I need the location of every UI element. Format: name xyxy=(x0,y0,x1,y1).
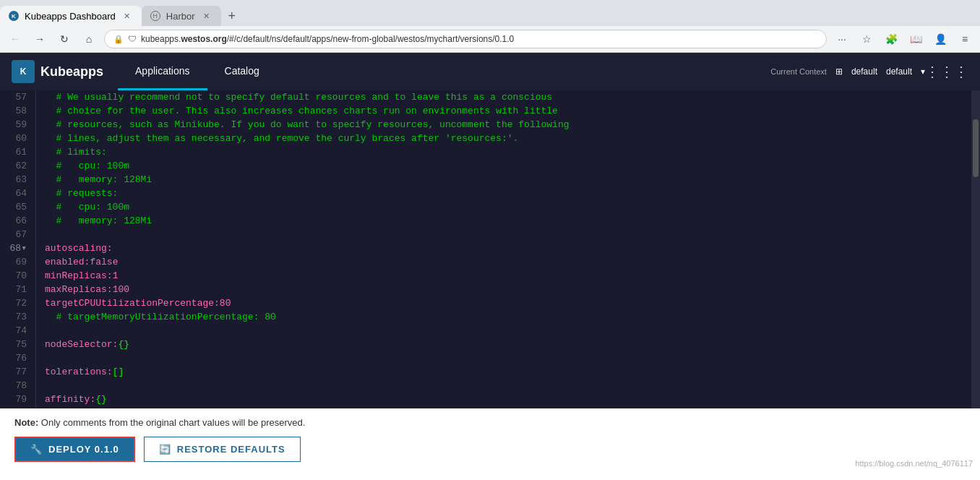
code-line-72: targetCPUUtilizationPercentage: 80 xyxy=(45,296,963,310)
code-line-71: maxReplicas: 100 xyxy=(45,283,963,296)
grid-icon[interactable]: ⋮⋮⋮ xyxy=(925,63,968,80)
line-num-73: 73 xyxy=(9,310,27,324)
tab-kubeapps-close[interactable]: ✕ xyxy=(121,10,133,22)
deploy-label: DEPLOY 0.1.0 xyxy=(48,444,119,455)
menu-button[interactable]: ≡ xyxy=(955,30,974,48)
deploy-icon: 🔧 xyxy=(30,444,43,455)
harbor-favicon: H xyxy=(150,11,160,21)
code-line-76 xyxy=(45,351,963,365)
nav-applications-label: Applications xyxy=(135,65,190,77)
logo-icon: K xyxy=(12,60,35,83)
line-num-60: 60 xyxy=(9,132,27,145)
address-bar-row: ← → ↻ ⌂ 🔒 🛡 kubeapps.westos.org/#/c/defa… xyxy=(0,26,980,52)
line-num-59: 59 xyxy=(9,118,27,132)
namespace-value: default xyxy=(851,67,877,77)
line-num-58: 58 xyxy=(9,104,27,118)
extensions-button[interactable]: 🧩 xyxy=(882,30,901,48)
line-num-76: 76 xyxy=(9,351,27,365)
deploy-button[interactable]: 🔧 DEPLOY 0.1.0 xyxy=(14,437,135,462)
code-line-57: # We usually recommend not to specify de… xyxy=(45,90,963,104)
restore-defaults-button[interactable]: 🔄 RESTORE DEFAULTS xyxy=(144,437,301,462)
line-num-77: 77 xyxy=(9,365,27,379)
code-line-67 xyxy=(45,228,963,241)
code-line-62: # cpu: 100m xyxy=(45,159,963,173)
context-section: Current Context ⊞ default default ▾ xyxy=(770,67,925,77)
namespace-icon: ⊞ xyxy=(835,67,843,77)
line-num-74: 74 xyxy=(9,324,27,338)
code-line-63: # memory: 128Mi xyxy=(45,173,963,187)
tab-bar: K Kubeapps Dashboard ✕ H Harbor ✕ + xyxy=(0,0,980,26)
kubeapps-favicon: K xyxy=(9,11,19,21)
line-num-68[interactable]: 68▾ xyxy=(9,241,27,255)
code-line-74 xyxy=(45,324,963,338)
action-buttons: 🔧 DEPLOY 0.1.0 🔄 RESTORE DEFAULTS xyxy=(14,437,966,462)
tab-kubeapps[interactable]: K Kubeapps Dashboard ✕ xyxy=(0,6,142,26)
code-line-61: # limits: xyxy=(45,145,963,159)
code-line-68: autoscaling: xyxy=(45,241,963,255)
line-num-75: 75 xyxy=(9,338,27,351)
scrollbar[interactable] xyxy=(971,90,980,408)
nav-catalog-label: Catalog xyxy=(225,65,259,77)
code-line-65: # cpu: 100m xyxy=(45,200,963,214)
lock-icon: 🔒 xyxy=(113,35,124,44)
line-num-57: 57 xyxy=(9,90,27,104)
line-num-70: 70 xyxy=(9,269,27,283)
code-line-66: # memory: 128Mi xyxy=(45,214,963,228)
line-num-64: 64 xyxy=(9,187,27,200)
nav-catalog[interactable]: Catalog xyxy=(207,53,277,90)
note-content: Only comments from the original chart va… xyxy=(38,417,305,428)
nav-applications[interactable]: Applications xyxy=(118,53,207,90)
code-line-78 xyxy=(45,379,963,393)
code-line-75: nodeSelector: {} xyxy=(45,338,963,351)
tab-harbor[interactable]: H Harbor ✕ xyxy=(142,6,221,26)
code-line-79: affinity: {} xyxy=(45,393,963,406)
code-editor: 57 58 59 60 61 62 63 64 65 66 67 68▾ 69 … xyxy=(0,90,980,408)
line-num-79: 79 xyxy=(9,393,27,406)
code-line-64: # requests: xyxy=(45,187,963,200)
code-line-73: # targetMemoryUtilizationPercentage: 80 xyxy=(45,310,963,324)
code-line-77: tolerations: [] xyxy=(45,365,963,379)
tab-harbor-close[interactable]: ✕ xyxy=(201,10,212,22)
line-num-71: 71 xyxy=(9,283,27,296)
more-button[interactable]: ··· xyxy=(833,30,851,48)
note-text: Note: Only comments from the original ch… xyxy=(14,417,966,428)
app-logo[interactable]: K Kubeapps xyxy=(12,60,118,83)
code-line-60: # lines, adjust them as necessary, and r… xyxy=(45,132,963,145)
watermark: https://blog.csdn.net/nq_4076117 xyxy=(855,459,973,468)
bookmark-button[interactable]: ☆ xyxy=(857,30,876,48)
context-label: Current Context xyxy=(770,67,827,76)
line-num-62: 62 xyxy=(9,159,27,173)
line-numbers: 57 58 59 60 61 62 63 64 65 66 67 68▾ 69 … xyxy=(0,90,36,408)
address-bar[interactable]: 🔒 🛡 kubeapps.westos.org/#/c/default/ns/d… xyxy=(104,30,827,48)
line-num-63: 63 xyxy=(9,173,27,187)
tab-harbor-label: Harbor xyxy=(166,11,195,22)
reload-button[interactable]: ↻ xyxy=(55,30,74,48)
line-num-69: 69 xyxy=(9,255,27,269)
new-tab-button[interactable]: + xyxy=(221,9,244,24)
bottom-bar: Note: Only comments from the original ch… xyxy=(0,408,980,471)
line-num-72: 72 xyxy=(9,296,27,310)
line-num-61: 61 xyxy=(9,145,27,159)
code-line-58: # choice for the user. This also increas… xyxy=(45,104,963,118)
home-button[interactable]: ⌂ xyxy=(79,30,98,48)
line-num-65: 65 xyxy=(9,200,27,214)
restore-icon: 🔄 xyxy=(159,444,171,455)
forward-button[interactable]: → xyxy=(30,30,49,48)
reading-mode-button[interactable]: 📖 xyxy=(906,30,925,48)
code-line-70: minReplicas: 1 xyxy=(45,269,963,283)
restore-label: RESTORE DEFAULTS xyxy=(177,444,285,455)
shield-icon: 🛡 xyxy=(128,34,137,44)
line-num-66: 66 xyxy=(9,214,27,228)
app-nav: K Kubeapps Applications Catalog Current … xyxy=(0,53,980,90)
context-value: default xyxy=(886,67,912,77)
code-line-69: enabled: false xyxy=(45,255,963,269)
back-button[interactable]: ← xyxy=(6,30,25,48)
code-line-59: # resources, such as Minikube. If you do… xyxy=(45,118,963,132)
profile-button[interactable]: 👤 xyxy=(931,30,950,48)
tab-kubeapps-label: Kubeapps Dashboard xyxy=(25,11,116,22)
code-content[interactable]: # We usually recommend not to specify de… xyxy=(36,90,971,408)
address-text: kubeapps.westos.org/#/c/default/ns/defau… xyxy=(141,34,514,44)
note-bold: Note: xyxy=(14,417,38,428)
browser-chrome: K Kubeapps Dashboard ✕ H Harbor ✕ + ← → … xyxy=(0,0,980,53)
app-name: Kubeapps xyxy=(40,64,103,80)
